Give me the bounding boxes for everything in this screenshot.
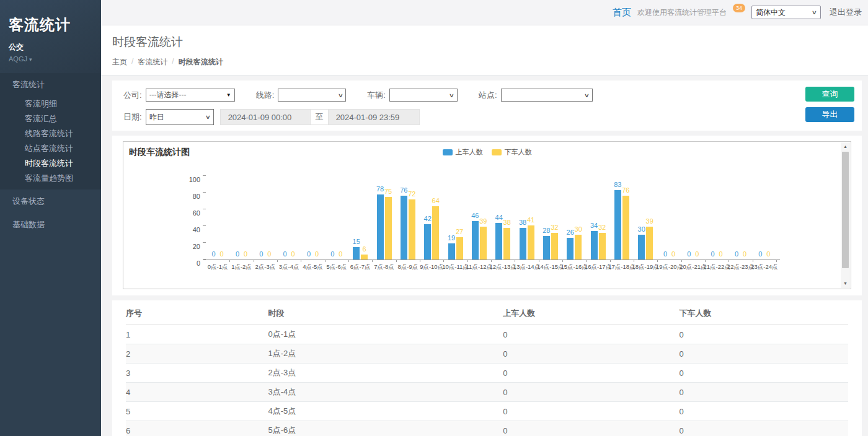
- bar-下车人数-18点-19点: [646, 227, 653, 259]
- date-label: 日期:: [123, 111, 142, 123]
- y-tick-mark: [203, 225, 206, 226]
- date-start-input[interactable]: 2024-01-09 00:00: [220, 109, 311, 125]
- col-header-alighting: 下车人数: [679, 302, 848, 325]
- export-button[interactable]: 导出: [805, 107, 854, 122]
- chart-plot-area: 020406080100000点-1点001点-2点002点-3点003点-4点…: [206, 176, 776, 259]
- table-cell-off: 0: [679, 402, 848, 421]
- chevron-down-icon: ∨: [584, 92, 590, 98]
- x-tick-mark: [681, 259, 682, 262]
- sidebar-item-设备状态[interactable]: 设备状态: [0, 190, 101, 213]
- y-tick-mark: [203, 259, 206, 259]
- main-content: 公司: ---请选择--- ▼ 线路: ∨ 车辆: ∨: [101, 76, 868, 436]
- sidebar-subitem-站点客流统计[interactable]: 站点客流统计: [0, 141, 101, 156]
- table-cell-off: 0: [679, 383, 848, 402]
- breadcrumb-current: 时段客流统计: [179, 57, 223, 68]
- table-cell-no: 4: [126, 383, 268, 402]
- sidebar-subitem-时段客流统计[interactable]: 时段客流统计: [0, 156, 101, 171]
- company-select-value: ---请选择---: [149, 90, 187, 100]
- table-cell-off: 0: [679, 325, 848, 344]
- filter-row-2: 日期: 昨日 ∨ 2024-01-09 00:00 至 2024-01-09 2…: [123, 109, 851, 125]
- scrollbar-down-arrow[interactable]: ▼: [841, 279, 850, 288]
- chart-vertical-scrollbar: ▲ ▼: [841, 142, 850, 288]
- sidebar-subitem-客流明细[interactable]: 客流明细: [0, 97, 101, 111]
- x-tick-mark: [372, 259, 373, 262]
- station-select[interactable]: ∨: [501, 89, 593, 102]
- bar-value-label: 15: [346, 238, 367, 245]
- bar-value-label: 72: [401, 190, 422, 198]
- scrollbar-up-arrow[interactable]: ▲: [841, 142, 850, 151]
- y-tick-mark: [203, 175, 206, 176]
- breadcrumb-home[interactable]: 主页: [112, 57, 127, 68]
- y-tick-label: 20: [182, 243, 200, 250]
- breadcrumb-section[interactable]: 客流统计: [138, 57, 167, 68]
- hourly-stats-table: 序号 时段 上车人数 下车人数 10点-1点0021点-2点0032点-3点00…: [126, 302, 848, 436]
- table-cell-on: 0: [503, 344, 679, 364]
- sidebar-subitem-客流量趋势图[interactable]: 客流量趋势图: [0, 171, 101, 186]
- table-cell-on: 0: [503, 383, 679, 402]
- x-tick-mark: [586, 259, 587, 262]
- sidebar-subitem-客流汇总[interactable]: 客流汇总: [0, 111, 101, 126]
- table-cell-period: 0点-1点: [268, 325, 503, 344]
- vehicle-select[interactable]: ∨: [389, 89, 458, 102]
- table-cell-period: 4点-5点: [268, 402, 503, 421]
- table-cell-on: 0: [503, 421, 679, 436]
- company-select[interactable]: ---请选择--- ▼: [146, 89, 235, 102]
- y-tick-mark: [203, 242, 206, 243]
- bar-下车人数-11点-12点: [480, 227, 487, 259]
- query-button[interactable]: 查询: [805, 87, 854, 102]
- bar-value-label: 64: [425, 197, 446, 204]
- sidebar-item-基础数据[interactable]: 基础数据: [0, 213, 101, 237]
- page-heading: 时段客流统计 主页 / 客流统计 / 时段客流统计: [101, 25, 868, 76]
- y-tick-label: 0: [182, 259, 200, 267]
- org-code-dropdown[interactable]: AQGJ ▾: [9, 55, 101, 63]
- bar-上车人数-17点-18点: [614, 190, 621, 259]
- bar-value-label: 32: [591, 224, 613, 231]
- bar-上车人数-18点-19点: [638, 235, 645, 260]
- chart-title: 时段车流统计图: [129, 147, 190, 158]
- table-cell-no: 1: [126, 325, 268, 344]
- date-preset-select[interactable]: 昨日 ∨: [146, 109, 214, 125]
- bar-下车人数-17点-18点: [622, 196, 629, 259]
- bar-下车人数-7点-8点: [385, 197, 392, 259]
- legend-swatch-icon: [443, 149, 453, 155]
- y-tick-label: 40: [182, 226, 200, 233]
- legend-item-下车人数[interactable]: 下车人数: [492, 147, 532, 157]
- bar-下车人数-12点-13点: [503, 228, 510, 259]
- logout-link[interactable]: 退出登录: [830, 7, 862, 18]
- topbar: 首页 欢迎使用客流统计管理平台 34 简体中文 ∨ 退出登录: [101, 0, 868, 25]
- bar-上车人数-7点-8点: [377, 194, 384, 259]
- table-cell-on: 0: [503, 402, 679, 421]
- bar-value-label: 0: [330, 250, 351, 258]
- language-select[interactable]: 简体中文 ∨: [751, 6, 821, 19]
- sidebar-group: 基础数据: [0, 213, 101, 237]
- sidebar: 客流统计 公交 AQGJ ▾ 客流统计客流明细客流汇总线路客流统计站点客流统计时…: [0, 0, 101, 436]
- date-end-input[interactable]: 2024-01-09 23:59: [328, 109, 420, 125]
- table-cell-off: 0: [679, 364, 848, 383]
- station-label: 站点:: [479, 90, 497, 101]
- vehicle-filter: 车辆: ∨: [367, 89, 458, 102]
- sidebar-group: 客流统计客流明细客流汇总线路客流统计站点客流统计时段客流统计客流量趋势图: [0, 73, 101, 190]
- company-label: 公司:: [123, 90, 142, 101]
- legend-item-上车人数[interactable]: 上车人数: [443, 147, 483, 157]
- x-tick-mark: [705, 259, 706, 262]
- breadcrumb-separator: /: [172, 57, 174, 68]
- bar-上车人数-10点-11点: [448, 243, 455, 259]
- chart-legend: 上车人数下车人数: [443, 147, 532, 157]
- org-code-label: AQGJ: [9, 55, 27, 63]
- line-select[interactable]: ∨: [278, 89, 346, 102]
- x-tick-mark: [229, 259, 230, 262]
- table-panel: 序号 时段 上车人数 下车人数 10点-1点0021点-2点0032点-3点00…: [112, 300, 862, 436]
- y-tick-label: 80: [182, 193, 200, 200]
- x-tick-mark: [562, 259, 563, 262]
- y-tick-label: 60: [182, 209, 200, 217]
- sidebar-subitem-线路客流统计[interactable]: 线路客流统计: [0, 126, 101, 141]
- home-link[interactable]: 首页: [613, 7, 631, 19]
- scrollbar-thumb[interactable]: [842, 152, 849, 268]
- y-tick-mark: [203, 192, 206, 193]
- table-cell-no: 5: [126, 402, 268, 421]
- x-tick-mark: [539, 259, 539, 262]
- org-name: 公交: [9, 42, 101, 53]
- notification-badge[interactable]: 34: [733, 4, 745, 12]
- chevron-down-icon: ∨: [449, 92, 454, 98]
- sidebar-item-客流统计[interactable]: 客流统计: [0, 73, 101, 97]
